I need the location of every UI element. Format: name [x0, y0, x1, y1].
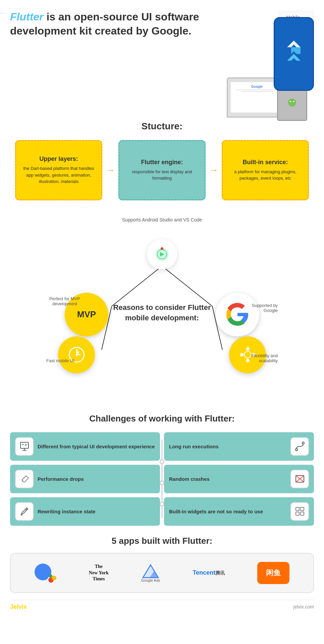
svg-line-8	[162, 266, 212, 306]
nyt-text: TheNew YorkTimes	[89, 564, 109, 582]
structure-boxes: Upper layers: the Dart-based platform th…	[10, 140, 314, 200]
footer-brand: Jelvix	[10, 603, 27, 610]
performance-icon	[15, 470, 34, 488]
ga-circles	[35, 562, 56, 584]
upper-layers-title: Upper layers:	[23, 155, 95, 163]
google-label: Supported by Google	[244, 303, 278, 313]
android-logo	[287, 96, 297, 108]
reasons-diagram: MVP Perfect for MVP development Supporte…	[45, 229, 279, 397]
flutter-engine-box: Flutter engine: responsible for text dis…	[118, 140, 206, 200]
tencent-logo: Tencent腾讯	[193, 569, 225, 576]
apps-title: 5 apps built with Flutter:	[10, 536, 314, 546]
android-studio-icon	[154, 246, 170, 263]
flutter-logo-on-phone	[284, 41, 304, 67]
challenge-widgets: Built-in widgets are not so ready to use	[164, 497, 314, 526]
svg-rect-46	[301, 507, 304, 511]
svg-marker-0	[287, 54, 301, 61]
svg-point-6	[293, 101, 294, 102]
svg-point-36	[302, 442, 304, 444]
phone-mockup	[274, 17, 314, 91]
flutter-brand-word: Flutter	[10, 11, 44, 23]
edit-icon	[19, 506, 30, 516]
upper-layers-box: Upper layers: the Dart-based platform th…	[15, 140, 102, 200]
center-dot-3	[160, 502, 164, 506]
different-ui-icon	[15, 437, 34, 456]
grid-widget-icon	[295, 506, 305, 516]
arrow-2: →	[206, 165, 222, 176]
tencent-text: Tencent腾讯	[193, 569, 225, 576]
ga-yellow-dot	[52, 576, 56, 580]
footer-url: jelvix.com	[293, 604, 314, 609]
reasons-section: Supports Android Studio and VS Code	[10, 210, 314, 403]
reasons-center-title: Reasons to consider Flutter mobile devel…	[103, 303, 221, 323]
structure-title: Stucture:	[10, 121, 314, 132]
challenges-wrapper: Different from typical UI development ex…	[10, 432, 314, 526]
fast-ui-circle-container	[58, 336, 95, 373]
header-section: Flutter is an open-source UI software de…	[10, 10, 314, 111]
fast-ui-circle	[58, 336, 95, 373]
challenge-long-run: Long run executions	[164, 432, 314, 461]
built-in-service-box: Built-in service: a platform for managin…	[222, 140, 309, 200]
center-dot-2	[160, 480, 164, 485]
xianyu-text: 闲鱼	[261, 565, 285, 581]
svg-point-5	[290, 101, 291, 102]
svg-marker-1	[287, 41, 301, 47]
google-ads-logo: Google Ads	[141, 563, 160, 582]
svg-rect-45	[296, 507, 299, 511]
performance-text: Performance drops	[38, 475, 84, 482]
fast-ui-label: Fast mobile UI	[46, 358, 76, 363]
rewriting-text: Rewriting instance state	[38, 508, 96, 515]
challenges-title: Challenges of working with Flutter:	[10, 413, 314, 424]
svg-marker-2	[291, 47, 301, 54]
supports-text: Supports Android Studio and VS Code	[10, 217, 314, 222]
flexibility-label: Flexibility and scalability	[244, 353, 278, 363]
challenges-center-line	[162, 440, 162, 518]
rewriting-icon	[15, 502, 34, 521]
google-ads-triangle	[142, 563, 159, 578]
svg-rect-47	[296, 512, 299, 515]
center-dot-1	[160, 459, 164, 464]
svg-line-42	[26, 509, 27, 510]
device-mockups: Google	[227, 44, 314, 111]
google-ads-text: Google Ads	[141, 578, 160, 582]
mvp-label: Perfect for MVP development	[48, 296, 82, 306]
arrow-1: →	[102, 165, 118, 176]
header-right: - Mobile - Web - Desktop - Embedded Goog…	[227, 10, 314, 111]
monitor-icon	[19, 441, 30, 451]
flutter-engine-text: responsible for text display and formatt…	[126, 169, 198, 182]
svg-line-7	[112, 266, 162, 306]
header-left: Flutter is an open-source UI software de…	[10, 10, 227, 38]
svg-line-38	[22, 480, 23, 481]
flutter-title: Flutter is an open-source UI software de…	[10, 10, 220, 38]
google-circle-container	[216, 293, 259, 336]
nyt-logo: TheNew YorkTimes	[89, 564, 109, 582]
apps-container: TheNew YorkTimes Google Ads Tencent腾讯 闲鱼	[10, 553, 314, 593]
svg-rect-37	[22, 476, 29, 482]
structure-section: Stucture: Upper layers: the Dart-based p…	[10, 121, 314, 200]
challenges-section: Challenges of working with Flutter:	[10, 413, 314, 526]
long-run-text: Long run executions	[169, 443, 219, 450]
svg-rect-29	[20, 442, 29, 448]
flutter-engine-title: Flutter engine:	[126, 159, 198, 166]
page: Flutter is an open-source UI software de…	[0, 0, 324, 644]
built-in-service-text: a platform for managing plugins, package…	[229, 169, 301, 182]
long-run-icon	[290, 437, 309, 456]
google-assistant-logo	[35, 562, 56, 584]
apps-section: 5 apps built with Flutter: TheNew YorkTi…	[10, 536, 314, 593]
svg-point-14	[161, 247, 163, 250]
different-ui-text: Different from typical UI development ex…	[38, 443, 155, 450]
random-crashes-icon	[290, 470, 309, 488]
xianyu-logo: 闲鱼	[257, 562, 289, 584]
google-circle	[216, 293, 259, 336]
random-crashes-text: Random crashes	[169, 475, 210, 482]
built-in-service-title: Built-in service:	[229, 159, 301, 166]
svg-rect-32	[22, 444, 24, 445]
challenge-different-ui: Different from typical UI development ex…	[10, 432, 160, 461]
footer: Jelvix jelvix.com	[10, 600, 314, 614]
svg-point-35	[295, 449, 298, 451]
challenge-random-crashes: Random crashes	[164, 465, 314, 493]
upper-layers-text: the Dart-based platform that handles app…	[23, 165, 95, 185]
pencil-icon	[19, 474, 30, 484]
android-studio-circle	[147, 239, 177, 269]
widgets-text: Built-in widgets are not so ready to use	[169, 508, 263, 515]
